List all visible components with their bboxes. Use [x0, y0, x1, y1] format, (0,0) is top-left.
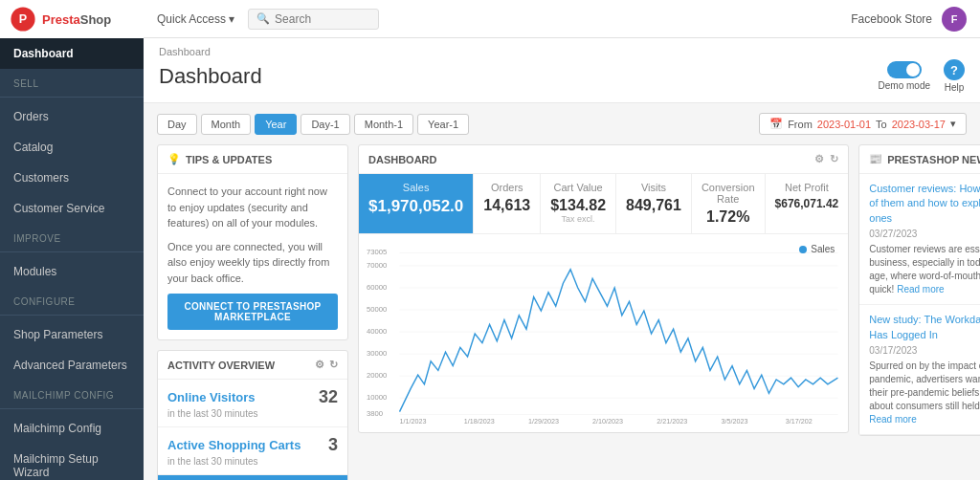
news-header-label: PRESTASHOP NEWS: [887, 154, 980, 165]
page-header-right: Demo mode ? Help: [879, 59, 965, 93]
active-carts-sub: in the last 30 minutes: [167, 456, 338, 467]
search-input[interactable]: [275, 12, 370, 26]
filter-buttons: Day Month Year Day-1 Month-1 Year-1: [157, 114, 469, 135]
filter-year[interactable]: Year: [255, 114, 297, 135]
metric-orders: Orders 14,613: [474, 174, 541, 233]
svg-text:1/18/2023: 1/18/2023: [464, 417, 495, 425]
online-visitors-label: Online Visitors: [167, 390, 256, 404]
page-title: Dashboard: [159, 64, 262, 89]
topbar: Quick Access ▾ 🔍 Facebook Store F: [144, 0, 980, 38]
help-label: Help: [945, 82, 965, 93]
svg-text:50000: 50000: [367, 305, 387, 314]
sidebar-section-sell: SELL: [0, 69, 144, 93]
quick-access-button[interactable]: Quick Access ▾: [157, 12, 234, 26]
sidebar-item-advanced-parameters[interactable]: Advanced Parameters: [0, 350, 144, 381]
sidebar-item-shop-parameters[interactable]: Shop Parameters: [0, 319, 144, 350]
online-visitors-count: 32: [319, 387, 338, 407]
svg-text:73005: 73005: [367, 248, 387, 256]
chart-area: Sales 73005 70000 60000 50000 40000 3000…: [359, 234, 848, 432]
metric-sales: Sales $1,970,052.0: [359, 174, 474, 233]
metric-profit-label: Net Profit: [775, 182, 839, 193]
svg-text:1/1/2023: 1/1/2023: [399, 417, 426, 425]
to-label: To: [876, 119, 887, 130]
dashboard-refresh-icon[interactable]: ↻: [830, 153, 838, 165]
filter-day[interactable]: Day: [157, 114, 197, 135]
help-button[interactable]: ? Help: [944, 59, 965, 93]
toggle-switch[interactable]: [887, 61, 922, 78]
dashboard-header: DASHBOARD ⚙ ↻: [359, 145, 848, 174]
help-icon: ?: [944, 59, 965, 80]
currently-pending-button[interactable]: ⊙ Currently Pending: [158, 475, 347, 480]
active-carts-label: Active Shopping Carts: [167, 438, 301, 452]
svg-text:3/5/2023: 3/5/2023: [722, 417, 748, 425]
logo-text: PrestaShop: [42, 12, 111, 27]
active-carts-count: 3: [328, 435, 338, 455]
sales-chart: 73005 70000 60000 50000 40000 30000 2000…: [365, 242, 842, 425]
svg-text:3/17/202: 3/17/202: [786, 417, 813, 425]
legend-label: Sales: [811, 244, 835, 254]
active-carts-item: Active Shopping Carts 3 in the last 30 m…: [158, 427, 347, 475]
quick-access-label: Quick Access: [157, 12, 226, 26]
sidebar-item-customer-service[interactable]: Customer Service: [0, 193, 144, 224]
news-item-0: Customer reviews: How to get more of the…: [859, 174, 980, 305]
news-item-0-body: Customer reviews are essential to any bu…: [869, 243, 980, 296]
tips-card-body: Connect to your account right now to enj…: [158, 174, 347, 339]
store-name: Facebook Store: [851, 12, 932, 26]
news-icon: 📰: [869, 153, 882, 165]
tips-card-header: 💡 TIPS & UPDATES: [158, 145, 347, 174]
dashboard-gear-icon[interactable]: ⚙: [814, 153, 824, 165]
news-item-0-title[interactable]: Customer reviews: How to get more of the…: [869, 182, 980, 226]
metric-sales-label: Sales: [368, 182, 463, 193]
online-visitors-sub: in the last 30 minutes: [167, 408, 338, 419]
metric-sales-value: $1,970,052.0: [368, 197, 463, 216]
dashboard-card: DASHBOARD ⚙ ↻ Sales $1,970,052.0 Orders: [358, 144, 849, 433]
activity-gear-icon[interactable]: ⚙: [315, 359, 324, 371]
metric-conversion-value: 1.72%: [702, 208, 755, 226]
topbar-left: Quick Access ▾ 🔍: [157, 9, 379, 30]
topbar-right: Facebook Store F: [851, 7, 967, 32]
tips-text-2: Once you are connected, you will also en…: [167, 239, 338, 287]
sidebar-item-mailchimp-config[interactable]: Mailchimp Config: [0, 413, 144, 444]
tips-header-label: TIPS & UPDATES: [186, 154, 272, 165]
news-item-1-body: Spurred on by the impact of the pandemic…: [869, 360, 980, 426]
col-mid: DASHBOARD ⚙ ↻ Sales $1,970,052.0 Orders: [358, 144, 849, 454]
metric-cart-sub: Tax excl.: [550, 214, 606, 224]
demo-mode-toggle[interactable]: Demo mode: [879, 61, 930, 91]
metric-orders-label: Orders: [483, 182, 530, 193]
page-header: Dashboard Dashboard Demo mode ? Help: [144, 38, 980, 103]
filter-day1[interactable]: Day-1: [301, 114, 349, 135]
metrics-row: Sales $1,970,052.0 Orders 14,613 Cart Va…: [359, 174, 848, 234]
sidebar-item-customers[interactable]: Customers: [0, 163, 144, 193]
filter-bar: Day Month Year Day-1 Month-1 Year-1 📅 Fr…: [157, 113, 967, 135]
sidebar-item-modules[interactable]: Modules: [0, 256, 144, 287]
activity-header: ACTIVITY OVERVIEW ⚙ ↻: [158, 351, 347, 380]
filter-month[interactable]: Month: [201, 114, 252, 135]
news-item-1-title[interactable]: New study: The Workday Consumer Has Logg…: [869, 313, 980, 342]
sidebar-item-orders[interactable]: Orders: [0, 101, 144, 132]
metric-orders-value: 14,613: [483, 197, 530, 214]
metric-cart-value: Cart Value $134.82 Tax excl.: [541, 174, 616, 233]
content-area: Day Month Year Day-1 Month-1 Year-1 📅 Fr…: [144, 103, 980, 480]
quick-access-dropdown-icon: ▾: [229, 12, 234, 26]
svg-text:2/21/2023: 2/21/2023: [657, 417, 687, 425]
activity-refresh-icon[interactable]: ↻: [329, 359, 338, 371]
search-box: 🔍: [248, 9, 379, 30]
news-item-1-read-more[interactable]: Read more: [869, 414, 916, 425]
news-header: 📰 PRESTASHOP NEWS: [859, 145, 980, 174]
svg-text:2/10/2023: 2/10/2023: [592, 417, 623, 425]
news-item-0-read-more[interactable]: Read more: [897, 284, 944, 295]
metric-cart-label: Cart Value: [550, 182, 606, 193]
sidebar-item-dashboard[interactable]: Dashboard: [0, 38, 144, 69]
metric-cart-value-val: $134.82: [550, 197, 606, 214]
sidebar-item-mailchimp-wizard[interactable]: Mailchimp Setup Wizard: [0, 444, 144, 480]
date-to: 2023-03-17: [892, 119, 946, 130]
metric-profit-value: $676,071.42: [775, 197, 839, 210]
sidebar: P PrestaShop Dashboard SELL Orders Catal…: [0, 0, 144, 480]
sidebar-item-catalog[interactable]: Catalog: [0, 132, 144, 163]
online-visitors-item: Online Visitors 32 in the last 30 minute…: [158, 380, 347, 427]
filter-month1[interactable]: Month-1: [354, 114, 413, 135]
connect-prestashop-button[interactable]: CONNECT TO PRESTASHOP MARKETPLACE: [167, 294, 338, 330]
filter-year1[interactable]: Year-1: [417, 114, 469, 135]
tips-card: 💡 TIPS & UPDATES Connect to your account…: [157, 144, 348, 340]
date-range-picker[interactable]: 📅 From 2023-01-01 To 2023-03-17 ▾: [759, 113, 967, 135]
